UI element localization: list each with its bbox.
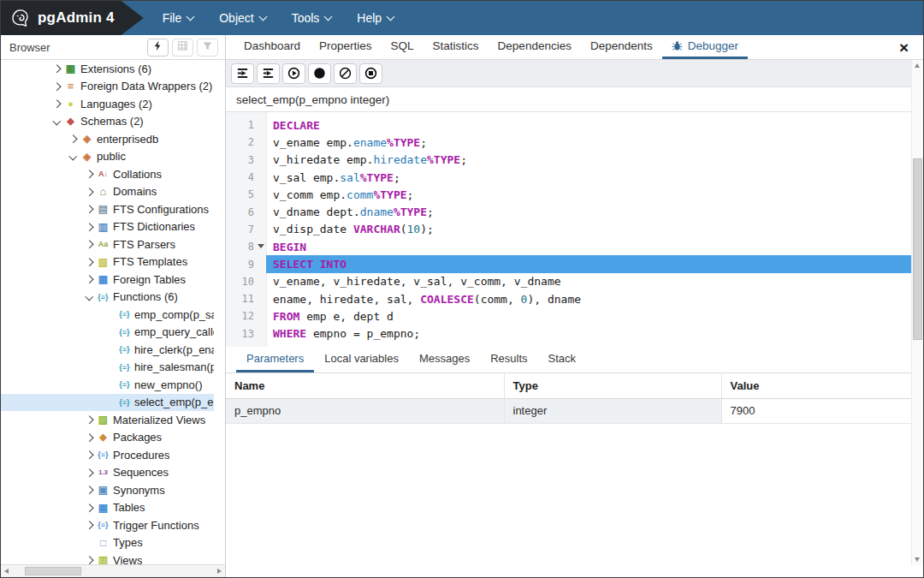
tree-item-trigger-functions[interactable]: {≡}Trigger Functions xyxy=(1,516,214,534)
chevron-right-icon[interactable] xyxy=(83,435,96,441)
horizontal-scroll-thumb[interactable] xyxy=(25,567,81,575)
stop-button[interactable] xyxy=(359,63,382,84)
scroll-down-icon[interactable] xyxy=(915,557,920,562)
menu-object[interactable]: Object xyxy=(219,11,265,25)
line-number-gutter[interactable]: 10 xyxy=(226,273,266,290)
line-number-gutter[interactable]: 9 xyxy=(226,255,266,272)
sidebar-horizontal-scrollbar[interactable] xyxy=(1,564,225,577)
menu-help[interactable]: Help xyxy=(357,11,394,25)
chevron-down-icon[interactable] xyxy=(67,155,80,159)
tree-item-packages[interactable]: ◆Packages xyxy=(1,429,214,447)
tree-item-enterprisedb[interactable]: ◈enterprisedb xyxy=(1,130,214,148)
chevron-right-icon[interactable] xyxy=(83,487,96,493)
tab-statistics[interactable]: Statistics xyxy=(424,35,489,59)
chevron-right-icon[interactable] xyxy=(83,277,96,283)
tree-item-languages-2[interactable]: ●Languages (2) xyxy=(1,95,214,113)
chevron-right-icon[interactable] xyxy=(83,452,96,458)
tree-item-public[interactable]: ◈public xyxy=(1,148,214,166)
line-number-gutter[interactable]: 13 xyxy=(226,325,266,343)
line-number-gutter[interactable]: 4 xyxy=(226,169,266,186)
close-icon[interactable]: × xyxy=(896,38,912,57)
tab-dependents[interactable]: Dependents xyxy=(581,35,662,59)
tree-item-hire-salesman-p[interactable]: {≡}hire_salesman(p_ xyxy=(1,359,214,377)
chevron-down-icon[interactable] xyxy=(50,120,63,124)
line-number-gutter[interactable]: 6 xyxy=(226,203,266,220)
tab-stack[interactable]: Stack xyxy=(538,347,587,372)
tree-item-sequences[interactable]: 1.3Sequences xyxy=(1,464,214,482)
tree-item-procedures[interactable]: {≡}Procedures xyxy=(1,446,214,464)
line-number-gutter[interactable]: 5 xyxy=(226,186,266,203)
chevron-right-icon[interactable] xyxy=(83,224,96,230)
tab-messages[interactable]: Messages xyxy=(409,347,480,372)
tree-item-materialized-views[interactable]: ▧Materialized Views xyxy=(1,411,214,429)
tree-item-types[interactable]: □Types xyxy=(1,534,214,552)
tab-properties[interactable]: Properties xyxy=(310,35,382,59)
menu-file[interactable]: File xyxy=(163,11,194,25)
line-number-gutter[interactable]: 3 xyxy=(226,152,266,169)
tab-dashboard[interactable]: Dashboard xyxy=(234,35,310,59)
tree-item-views[interactable]: ▥Views xyxy=(1,551,214,565)
tree-item-functions-6[interactable]: {≡}Functions (6) xyxy=(1,289,214,307)
tree-item-collations[interactable]: A↓Collations xyxy=(1,165,214,183)
tree-item-fts-templates[interactable]: ▧FTS Templates xyxy=(1,253,214,271)
scroll-left-icon[interactable] xyxy=(4,569,9,574)
tree-item-select-emp-p-en[interactable]: {≡}select_emp(p_en xyxy=(1,394,214,412)
step-over-button[interactable] xyxy=(257,63,280,84)
chevron-right-icon[interactable] xyxy=(50,66,63,72)
tree-item-tables[interactable]: ▦Tables xyxy=(1,499,214,517)
tree-item-extensions-6[interactable]: ▦Extensions (6) xyxy=(1,60,214,78)
tree-item-fts-configurations[interactable]: ▤FTS Configurations xyxy=(1,200,214,218)
sidebar-vertical-scrollbar[interactable] xyxy=(911,60,923,565)
tree-item-domains[interactable]: ⌂Domains xyxy=(1,183,214,201)
line-number-gutter[interactable]: 7 xyxy=(226,221,266,238)
tree-item-emp-query-calle[interactable]: {≡}emp_query_calle xyxy=(1,324,214,342)
tab-debugger[interactable]: Debugger xyxy=(662,35,748,59)
chevron-right-icon[interactable] xyxy=(83,505,96,511)
tree-item-fts-dictionaries[interactable]: ▥FTS Dictionaries xyxy=(1,218,214,236)
param-value-cell[interactable]: 7900 xyxy=(721,398,923,423)
chevron-right-icon[interactable] xyxy=(83,241,96,247)
tab-dependencies[interactable]: Dependencies xyxy=(489,35,581,59)
line-number-gutter[interactable]: 2 xyxy=(226,134,266,151)
chevron-right-icon[interactable] xyxy=(83,417,96,423)
chevron-right-icon[interactable] xyxy=(83,522,96,528)
step-into-button[interactable] xyxy=(231,63,254,84)
tree-item-hire-clerk-p-enar[interactable]: {≡}hire_clerk(p_enar xyxy=(1,341,214,359)
tree-item-synonyms[interactable]: ▣Synonyms xyxy=(1,481,214,499)
fold-marker-icon[interactable] xyxy=(258,244,264,248)
tree-item-foreign-tables[interactable]: ▦Foreign Tables xyxy=(1,271,214,289)
chevron-right-icon[interactable] xyxy=(83,206,96,212)
line-number-gutter[interactable]: 11 xyxy=(226,290,266,307)
scroll-right-icon[interactable] xyxy=(217,569,222,574)
chevron-right-icon[interactable] xyxy=(83,189,96,195)
line-number-gutter[interactable]: 12 xyxy=(226,307,266,325)
chevron-down-icon[interactable] xyxy=(83,295,96,300)
clear-breakpoints-button[interactable] xyxy=(334,63,357,84)
chevron-right-icon[interactable] xyxy=(50,101,63,107)
line-number-gutter[interactable]: 8 xyxy=(226,238,266,255)
chevron-right-icon[interactable] xyxy=(67,136,80,142)
tree-item-foreign-data-wrappers-2[interactable]: ≡Foreign Data Wrappers (2) xyxy=(1,78,214,96)
tree-item-new-empno[interactable]: {≡}new_empno() xyxy=(1,376,214,394)
tab-local-variables[interactable]: Local variables xyxy=(314,347,409,372)
chevron-right-icon[interactable] xyxy=(83,557,96,563)
continue-button[interactable] xyxy=(282,63,305,84)
line-number-gutter[interactable]: 1 xyxy=(226,116,266,134)
chevron-right-icon[interactable] xyxy=(83,259,96,265)
menu-tools[interactable]: Tools xyxy=(292,11,332,25)
panel-divider[interactable] xyxy=(225,35,226,577)
vertical-scroll-thumb[interactable] xyxy=(913,158,922,340)
tree-item-schemas-2[interactable]: ◆Schemas (2) xyxy=(1,113,214,131)
tab-parameters[interactable]: Parameters xyxy=(236,347,314,372)
tree-item-fts-parsers[interactable]: AaFTS Parsers xyxy=(1,235,214,253)
chevron-right-icon[interactable] xyxy=(83,171,96,177)
tab-results[interactable]: Results xyxy=(480,347,537,372)
chevron-right-icon[interactable] xyxy=(50,84,63,90)
tab-sql[interactable]: SQL xyxy=(382,35,424,59)
tree-item-emp-comp-p-sa[interactable]: {≡}emp_comp(p_sa xyxy=(1,306,214,324)
toggle-breakpoint-button[interactable] xyxy=(308,63,331,84)
lightning-button[interactable] xyxy=(147,39,169,57)
scroll-up-icon[interactable] xyxy=(915,63,920,68)
chevron-right-icon[interactable] xyxy=(83,470,96,476)
logo-edge-decoration xyxy=(121,1,144,35)
